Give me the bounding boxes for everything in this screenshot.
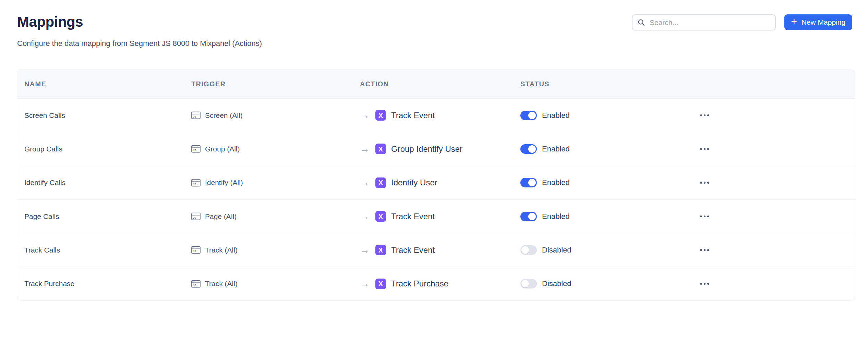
more-options-button[interactable] — [699, 213, 711, 220]
search-icon — [637, 19, 646, 27]
mapping-name: Page Calls — [24, 212, 59, 221]
mapping-name: Group Calls — [24, 145, 62, 153]
status-toggle[interactable] — [520, 245, 537, 255]
js-source-icon: JS — [191, 145, 201, 153]
svg-text:JS: JS — [193, 115, 196, 118]
more-options-button[interactable] — [699, 247, 711, 253]
js-source-icon: JS — [191, 179, 201, 187]
status-toggle[interactable] — [520, 144, 537, 154]
svg-text:JS: JS — [193, 250, 196, 253]
arrow-right-icon: → — [360, 144, 370, 154]
table-row: Identify Calls JS Identify (All) → X Ide… — [17, 166, 855, 199]
mapping-name: Track Purchase — [24, 280, 74, 288]
svg-text:JS: JS — [193, 284, 196, 287]
search-box[interactable] — [632, 14, 776, 30]
status-label: Enabled — [542, 212, 570, 221]
arrow-right-icon: → — [360, 279, 370, 288]
more-options-button[interactable] — [699, 180, 711, 186]
column-header-name: NAME — [17, 80, 184, 88]
arrow-right-icon: → — [360, 245, 370, 255]
table-header: NAME TRIGGER ACTION STATUS — [17, 70, 855, 98]
trigger-label: Page (All) — [205, 212, 237, 221]
js-source-icon: JS — [191, 280, 201, 288]
mixpanel-icon: X — [375, 144, 386, 154]
plus-icon: + — [791, 17, 797, 27]
page-title: Mappings — [17, 14, 83, 30]
new-mapping-label: New Mapping — [801, 18, 845, 26]
action-label: Track Event — [391, 111, 435, 120]
trigger-label: Track (All) — [205, 246, 238, 254]
mixpanel-icon: X — [375, 177, 386, 188]
arrow-right-icon: → — [360, 178, 370, 187]
mixpanel-icon: X — [375, 211, 386, 222]
status-label: Enabled — [542, 178, 570, 187]
trigger-label: Group (All) — [205, 145, 240, 153]
more-options-button[interactable] — [699, 281, 711, 287]
js-source-icon: JS — [191, 212, 201, 220]
mappings-page: Mappings Configure the data mapping from… — [0, 0, 868, 344]
mixpanel-icon: X — [375, 279, 386, 289]
action-label: Identify User — [391, 178, 437, 187]
arrow-right-icon: → — [360, 212, 370, 221]
table-row: Page Calls JS Page (All) → X Track Event… — [17, 199, 855, 233]
column-header-action: ACTION — [353, 80, 513, 88]
search-input[interactable] — [650, 19, 770, 27]
mixpanel-icon: X — [375, 245, 386, 255]
mappings-table: NAME TRIGGER ACTION STATUS Screen Calls … — [17, 70, 855, 300]
column-header-status: STATUS — [513, 80, 691, 88]
mapping-name: Track Calls — [24, 246, 60, 254]
arrow-right-icon: → — [360, 111, 370, 120]
action-label: Track Event — [391, 212, 435, 221]
new-mapping-button[interactable]: + New Mapping — [784, 14, 852, 30]
mapping-name: Screen Calls — [24, 111, 65, 120]
table-row: Track Purchase JS Track (All) → X Track … — [17, 267, 855, 300]
status-toggle[interactable] — [520, 212, 537, 221]
page-subtitle: Configure the data mapping from Segment … — [17, 39, 262, 48]
js-source-icon: JS — [191, 111, 201, 119]
trigger-label: Screen (All) — [205, 111, 243, 120]
column-header-trigger: TRIGGER — [184, 80, 353, 88]
mixpanel-icon: X — [375, 110, 386, 121]
status-toggle[interactable] — [520, 279, 537, 288]
svg-text:JS: JS — [193, 216, 196, 219]
table-row: Screen Calls JS Screen (All) → X Track E… — [17, 98, 855, 132]
action-label: Track Event — [391, 245, 435, 255]
more-options-button[interactable] — [699, 112, 711, 119]
trigger-label: Track (All) — [205, 280, 238, 288]
action-label: Group Identify User — [391, 144, 462, 154]
js-source-icon: JS — [191, 246, 201, 254]
status-label: Disabled — [542, 246, 571, 255]
status-toggle[interactable] — [520, 111, 537, 120]
status-label: Enabled — [542, 145, 570, 153]
svg-text:JS: JS — [193, 183, 196, 186]
action-label: Track Purchase — [391, 279, 448, 288]
svg-text:JS: JS — [193, 149, 196, 152]
trigger-label: Identify (All) — [205, 179, 243, 187]
more-options-button[interactable] — [699, 146, 711, 152]
status-label: Disabled — [542, 279, 571, 288]
table-row: Track Calls JS Track (All) → X Track Eve… — [17, 233, 855, 267]
status-label: Enabled — [542, 111, 570, 120]
table-row: Group Calls JS Group (All) → X Group Ide… — [17, 132, 855, 165]
mapping-name: Identify Calls — [24, 179, 65, 187]
status-toggle[interactable] — [520, 178, 537, 187]
